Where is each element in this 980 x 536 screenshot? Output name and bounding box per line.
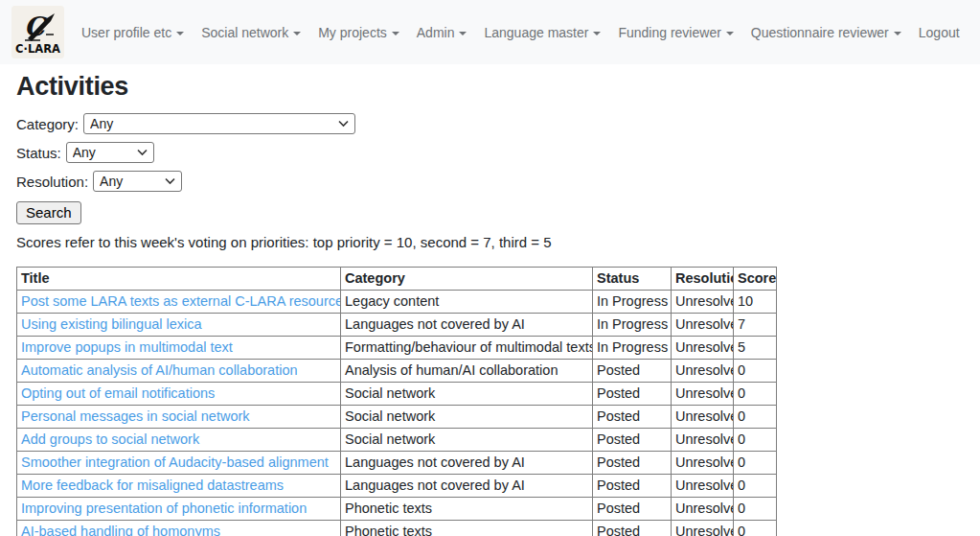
score-cell: 5	[734, 337, 777, 360]
column-header-category: Category	[341, 268, 593, 291]
category-cell: Analysis of human/AI collaboration	[341, 360, 593, 383]
resolution-select[interactable]: Any	[93, 171, 182, 192]
table-row: Opting out of email notificationsSocial …	[17, 383, 777, 406]
status-cell: Posted	[593, 360, 672, 383]
status-label: Status:	[16, 145, 61, 161]
activity-link[interactable]: Personal messages in social network	[21, 408, 250, 424]
status-cell: Posted	[593, 475, 672, 498]
nav-item-logout[interactable]: Logout	[919, 25, 960, 40]
table-row: Post some LARA texts as external C-LARA …	[17, 291, 777, 314]
title-cell: More feedback for misaligned datastreams	[17, 475, 341, 498]
category-cell: Social network	[341, 383, 593, 406]
status-cell: In Progress	[593, 291, 672, 314]
category-cell: Legacy content	[341, 291, 593, 314]
activity-link[interactable]: Smoother integration of Audacity-based a…	[21, 454, 329, 470]
table-row: Personal messages in social networkSocia…	[17, 406, 777, 429]
chevron-down-icon	[459, 32, 467, 35]
score-cell: 0	[734, 383, 777, 406]
page-title: Activities	[16, 72, 964, 102]
search-button[interactable]: Search	[16, 201, 81, 224]
resolution-label: Resolution:	[16, 174, 88, 190]
status-cell: Posted	[593, 498, 672, 521]
category-cell: Phonetic texts	[341, 521, 593, 536]
nav-item-my-projects[interactable]: My projects	[318, 25, 399, 40]
status-cell: Posted	[593, 406, 672, 429]
resolution-cell: Unresolved	[672, 475, 734, 498]
category-cell: Phonetic texts	[341, 498, 593, 521]
category-cell: Formatting/behaviour of multimodal texts	[341, 337, 593, 360]
nav-item-questionnaire-reviewer[interactable]: Questionnaire reviewer	[751, 25, 901, 40]
clara-logo[interactable]: C C·LARA	[11, 6, 64, 58]
main-content: Activities Category: Any Status: Any Res…	[0, 64, 980, 536]
score-cell: 0	[734, 360, 777, 383]
title-cell: Personal messages in social network	[17, 406, 341, 429]
table-row: Smoother integration of Audacity-based a…	[17, 452, 777, 475]
activity-link[interactable]: Automatic analysis of AI/human collabora…	[21, 362, 298, 378]
navbar: C C·LARA User profile etcSocial networkM…	[0, 0, 980, 64]
column-header-title: Title	[17, 268, 341, 291]
svg-text:C·LARA: C·LARA	[15, 42, 60, 56]
category-select[interactable]: Any	[83, 113, 355, 134]
nav-item-label: Language master	[484, 25, 588, 40]
category-label: Category:	[16, 116, 79, 132]
nav-item-label: Funding reviewer	[618, 25, 720, 40]
title-cell: Add groups to social network	[17, 429, 341, 452]
table-header-row: TitleCategoryStatusResolutionScore	[17, 268, 777, 291]
nav-item-label: Logout	[919, 25, 960, 40]
score-cell: 0	[734, 521, 777, 536]
resolution-cell: Unresolved	[672, 452, 734, 475]
status-cell: In Progress	[593, 314, 672, 337]
score-cell: 0	[734, 498, 777, 521]
title-cell: Smoother integration of Audacity-based a…	[17, 452, 341, 475]
score-cell: 0	[734, 475, 777, 498]
title-cell: Improve popups in multimodal text	[17, 337, 341, 360]
resolution-filter-row: Resolution: Any	[16, 171, 964, 192]
nav-item-label: Social network	[201, 25, 288, 40]
activity-link[interactable]: Using existing bilingual lexica	[21, 316, 202, 332]
chevron-down-icon	[176, 32, 184, 35]
nav-item-funding-reviewer[interactable]: Funding reviewer	[618, 25, 733, 40]
score-cell: 0	[734, 429, 777, 452]
nav-item-admin[interactable]: Admin	[417, 25, 467, 40]
nav-item-language-master[interactable]: Language master	[484, 25, 601, 40]
status-cell: Posted	[593, 521, 672, 536]
activity-link[interactable]: Improve popups in multimodal text	[21, 339, 233, 355]
score-cell: 0	[734, 406, 777, 429]
activity-link[interactable]: AI-based handling of homonyms	[21, 524, 220, 536]
activities-table: TitleCategoryStatusResolutionScore Post …	[16, 267, 777, 536]
activity-link[interactable]: Post some LARA texts as external C-LARA …	[21, 293, 341, 309]
nav-item-social-network[interactable]: Social network	[201, 25, 301, 40]
category-filter-row: Category: Any	[16, 113, 964, 134]
column-header-score: Score	[734, 268, 777, 291]
score-cell: 10	[734, 291, 777, 314]
chevron-down-icon	[894, 32, 901, 35]
category-cell: Languages not covered by AI	[341, 452, 593, 475]
nav-item-user-profile-etc[interactable]: User profile etc	[81, 25, 184, 40]
nav-menu: User profile etcSocial networkMy project…	[81, 25, 969, 40]
resolution-cell: Unresolved	[672, 291, 734, 314]
status-select[interactable]: Any	[66, 142, 154, 163]
table-row: AI-based handling of homonymsPhonetic te…	[17, 521, 777, 536]
column-header-status: Status	[593, 268, 672, 291]
chevron-down-icon	[392, 32, 399, 35]
title-cell: AI-based handling of homonyms	[17, 521, 341, 536]
resolution-cell: Unresolved	[672, 498, 734, 521]
resolution-cell: Unresolved	[672, 360, 734, 383]
nav-item-label: My projects	[318, 25, 387, 40]
title-cell: Using existing bilingual lexica	[17, 314, 341, 337]
clara-logo-image: C C·LARA	[11, 6, 64, 58]
activity-link[interactable]: Opting out of email notifications	[21, 385, 215, 401]
scores-note: Scores refer to this week's voting on pr…	[16, 234, 964, 250]
nav-item-label: User profile etc	[81, 25, 171, 40]
table-row: Using existing bilingual lexicaLanguages…	[17, 314, 777, 337]
chevron-down-icon	[293, 32, 301, 35]
resolution-cell: Unresolved	[672, 337, 734, 360]
status-cell: Posted	[593, 383, 672, 406]
column-header-resolution: Resolution	[672, 268, 734, 291]
activity-link[interactable]: Add groups to social network	[21, 431, 199, 447]
activity-link[interactable]: More feedback for misaligned datastreams	[21, 478, 284, 493]
activity-link[interactable]: Improving presentation of phonetic infor…	[21, 501, 307, 516]
status-cell: Posted	[593, 452, 672, 475]
title-cell: Post some LARA texts as external C-LARA …	[17, 291, 341, 314]
chevron-down-icon	[726, 32, 734, 35]
